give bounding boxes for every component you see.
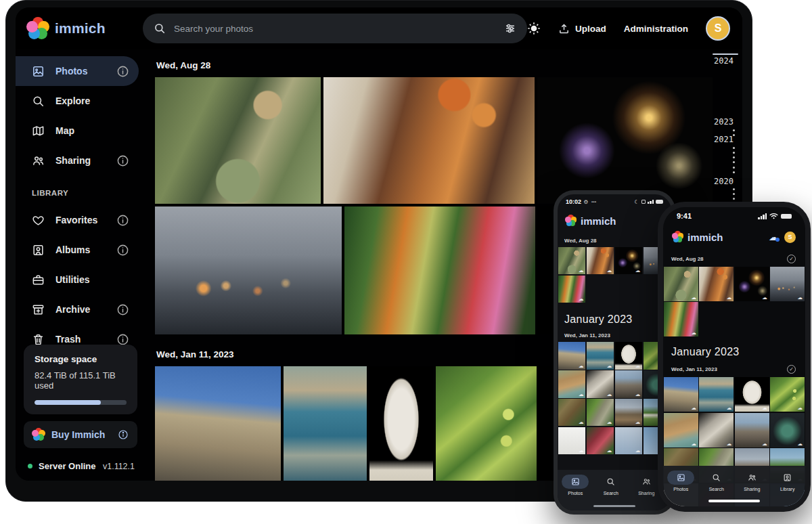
- sidebar-item-explore[interactable]: Explore: [16, 86, 139, 116]
- scrubber-month-dot: [733, 152, 735, 154]
- buy-immich-button[interactable]: Buy Immich: [24, 421, 137, 448]
- scrubber-year-2024[interactable]: 2024: [714, 56, 734, 66]
- nav-tab-photos[interactable]: Photos: [664, 471, 697, 492]
- sidebar-item-label: Albums: [55, 244, 90, 255]
- backup-cloud-icon[interactable]: ☁: [769, 232, 778, 242]
- photo-thumbnail-monkeys[interactable]: [155, 77, 321, 204]
- nav-tab-photos[interactable]: Photos: [559, 475, 591, 496]
- photo-thumbnail-white[interactable]: ☁: [558, 427, 585, 454]
- home-indicator[interactable]: [593, 505, 635, 507]
- cloud-sync-icon: ☁: [762, 405, 767, 411]
- info-icon[interactable]: [116, 333, 129, 346]
- scrubber-year-2020[interactable]: 2020: [714, 177, 734, 186]
- user-avatar[interactable]: S: [706, 16, 730, 41]
- administration-link[interactable]: Administration: [624, 24, 688, 34]
- photo-thumbnail-fireworks[interactable]: ☁: [735, 267, 769, 301]
- info-icon[interactable]: [116, 303, 129, 316]
- photo-thumbnail-cliff[interactable]: ☁: [664, 413, 698, 447]
- android-app-header: immich: [558, 209, 671, 232]
- photo-thumbnail-birdsky[interactable]: ☁: [615, 427, 642, 454]
- upload-icon: [558, 23, 570, 35]
- photo-thumbnail-hands[interactable]: [155, 206, 342, 334]
- photos-icon: [32, 65, 45, 78]
- photo-thumbnail-dinner[interactable]: ☁: [587, 247, 614, 274]
- theme-toggle-icon[interactable]: [527, 22, 541, 35]
- photo-thumbnail-fort[interactable]: ☁: [664, 377, 698, 412]
- sidebar-item-archive[interactable]: Archive: [16, 294, 139, 324]
- sidebar-item-sharing[interactable]: Sharing: [16, 146, 139, 175]
- app-header: immich: [16, 7, 742, 49]
- photo-thumbnail-fort[interactable]: [155, 366, 281, 481]
- search-icon: [703, 471, 730, 485]
- nav-tab-library[interactable]: Library: [771, 471, 804, 492]
- photo-thumbnail-garden[interactable]: ☁: [558, 276, 585, 303]
- photo-thumbnail-bust[interactable]: ☁: [615, 342, 642, 369]
- photo-thumbnail-monkeys[interactable]: ☁: [558, 247, 585, 274]
- photo-thumbnail-lizard[interactable]: ☁: [587, 399, 614, 426]
- sidebar-item-label: Sharing: [55, 155, 91, 166]
- photo-thumbnail-ruins[interactable]: ☁: [615, 370, 642, 397]
- sidebar-item-favorites[interactable]: Favorites: [16, 205, 139, 235]
- cloud-sync-icon: ☁: [798, 294, 803, 301]
- photo-thumbnail-catkins[interactable]: ☁: [770, 377, 805, 412]
- photo-thumbnail-flowers[interactable]: ☁: [587, 427, 614, 454]
- nav-tab-search[interactable]: Search: [700, 471, 733, 492]
- android-status-bar: 10:02 ⚙ ⋯ ☾: [558, 194, 671, 209]
- photo-thumbnail-bust[interactable]: [369, 366, 433, 481]
- photo-thumbnail-lizardlog[interactable]: ☁: [558, 399, 585, 426]
- scrubber-month-dot: [733, 156, 735, 158]
- battery-icon: [656, 200, 663, 204]
- select-all-check-icon[interactable]: ✓: [787, 365, 796, 374]
- photo-thumbnail-xmas[interactable]: ☁: [770, 413, 805, 447]
- photo-thumbnail-dinner[interactable]: ☁: [699, 267, 734, 301]
- sidebar-item-photos[interactable]: Photos: [16, 56, 139, 86]
- nav-tab-search[interactable]: Search: [595, 475, 627, 496]
- search-input[interactable]: [174, 24, 496, 34]
- photo-thumbnail-coast[interactable]: ☁: [699, 377, 734, 412]
- upload-button[interactable]: Upload: [558, 23, 606, 35]
- photo-thumbnail-church[interactable]: ☁: [615, 399, 642, 426]
- albums-icon: [774, 471, 801, 485]
- sidebar-item-map[interactable]: Map: [16, 116, 139, 146]
- search-bar[interactable]: [143, 14, 527, 43]
- scrubber-month-dot: [733, 129, 735, 131]
- search-filters-icon[interactable]: [504, 22, 516, 35]
- cloud-sync-icon: ☁: [607, 391, 612, 397]
- photo-thumbnail-fireworks[interactable]: ☁: [615, 247, 642, 274]
- photo-thumbnail-cliff[interactable]: ☁: [558, 370, 585, 397]
- photo-thumbnail-rock[interactable]: ☁: [699, 413, 734, 447]
- heart-icon: [32, 214, 45, 227]
- nav-tab-sharing[interactable]: Sharing: [736, 471, 768, 492]
- photo-thumbnail-hands[interactable]: ☁: [770, 267, 805, 301]
- photo-thumbnail-dinner[interactable]: [323, 77, 535, 204]
- brand[interactable]: immich: [28, 18, 143, 39]
- photo-thumbnail-garden[interactable]: [344, 206, 535, 334]
- photo-thumbnail-rock[interactable]: ☁: [587, 370, 614, 397]
- phone-photo-grid: ☁☁☁☁☁: [663, 267, 805, 336]
- info-icon[interactable]: [116, 214, 129, 227]
- info-icon[interactable]: [116, 65, 129, 78]
- signal-icon: [758, 213, 767, 219]
- photo-thumbnail-monkeys[interactable]: ☁: [664, 267, 698, 301]
- photo-thumbnail-fort[interactable]: ☁: [558, 342, 585, 369]
- photo-thumbnail-garden[interactable]: ☁: [664, 302, 698, 336]
- home-indicator[interactable]: [708, 500, 760, 502]
- scrubber-year-2021[interactable]: 2021: [714, 135, 734, 144]
- user-avatar[interactable]: S: [784, 232, 796, 243]
- scrubber-year-2023[interactable]: 2023: [714, 117, 734, 127]
- date-header-row: Wed, Aug 28 ✓: [663, 249, 805, 267]
- select-all-check-icon[interactable]: ✓: [787, 255, 796, 263]
- sidebar-item-albums[interactable]: Albums: [16, 235, 139, 265]
- photo-thumbnail-coast[interactable]: ☁: [587, 342, 614, 369]
- sidebar-item-label: Photos: [55, 66, 87, 77]
- photo-thumbnail-coast[interactable]: [284, 366, 367, 481]
- info-icon[interactable]: [116, 154, 129, 167]
- info-icon[interactable]: [116, 244, 129, 257]
- people-icon: [633, 475, 660, 489]
- buy-immich-label: Buy Immich: [51, 429, 105, 440]
- photo-thumbnail-ruins[interactable]: ☁: [735, 413, 769, 447]
- sidebar-item-utilities[interactable]: Utilities: [16, 265, 139, 294]
- photo-thumbnail-bust[interactable]: ☁: [735, 377, 769, 412]
- photo-thumbnail-fireworks[interactable]: [537, 77, 713, 204]
- photo-thumbnail-catkins[interactable]: [436, 366, 537, 481]
